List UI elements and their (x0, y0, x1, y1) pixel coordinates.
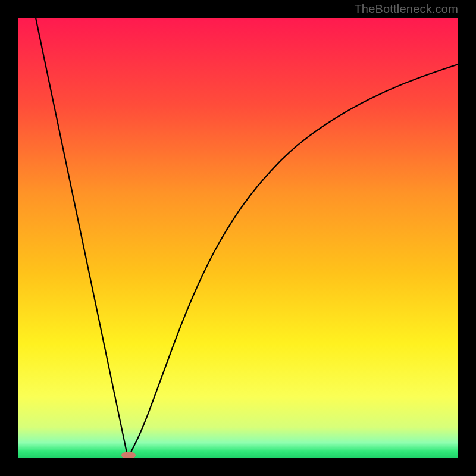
chart-svg (18, 18, 458, 458)
watermark-text: TheBottleneck.com (354, 2, 458, 16)
gradient-background (18, 18, 458, 458)
chart-frame (18, 18, 458, 458)
